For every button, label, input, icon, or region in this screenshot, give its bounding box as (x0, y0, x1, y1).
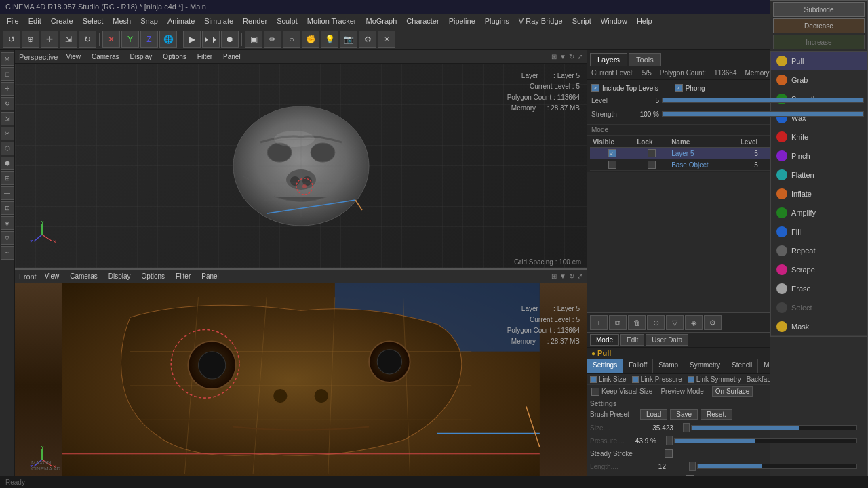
menu-mesh[interactable]: Mesh (108, 16, 135, 26)
bvp-menu-view[interactable]: View (42, 272, 62, 281)
vp-menu-panel[interactable]: Panel (220, 52, 243, 61)
row1-visible[interactable]: ✓ (590, 148, 634, 159)
tool-edge[interactable]: — (1, 186, 14, 200)
icon-settings-layer[interactable]: ⚙ (704, 315, 722, 330)
include-top-levels-cb[interactable]: ✓ (591, 84, 599, 92)
tool-smooth[interactable]: ~ (1, 246, 14, 260)
reset-button[interactable]: Reset. (701, 409, 732, 420)
vp-controls[interactable]: ⊞ ▼ ↻ ⤢ (551, 53, 583, 60)
vp-menu-cameras[interactable]: Cameras (89, 52, 122, 61)
tool-mask[interactable]: Mask (771, 317, 867, 336)
bvp-menu-cameras[interactable]: Cameras (67, 272, 100, 281)
toolbar-world[interactable]: 🌐 (159, 30, 177, 48)
tab-tools[interactable]: Tools (629, 53, 661, 66)
menu-edit[interactable]: Edit (24, 16, 45, 26)
bvp-menu-options[interactable]: Options (139, 272, 167, 281)
tool-inflate[interactable]: Inflate (771, 184, 867, 203)
bvp-menu-filter[interactable]: Filter (173, 272, 193, 281)
increase-button[interactable]: Increase (773, 35, 865, 49)
tool-rotate[interactable]: ↻ (1, 97, 14, 110)
tool-select[interactable]: Select (771, 298, 867, 317)
pressure-slider[interactable] (674, 438, 857, 443)
toolbar-x[interactable]: ✕ (102, 30, 120, 48)
load-button[interactable]: Load (640, 409, 667, 420)
vp-grid-icon[interactable]: ⊞ (551, 53, 557, 60)
stab-stencil[interactable]: Stencil (726, 359, 758, 373)
stab-stamp[interactable]: Stamp (653, 359, 684, 373)
row1-lock[interactable] (634, 148, 669, 159)
length-stepper[interactable] (689, 462, 696, 471)
tool-scrape[interactable]: Scrape (771, 260, 867, 279)
tool-move[interactable]: ✛ (1, 82, 14, 96)
toolbar-grab[interactable]: ✊ (302, 30, 319, 48)
tool-loop[interactable]: ⊡ (1, 201, 14, 215)
vp-menu-view[interactable]: View (63, 52, 83, 61)
toolbar-y[interactable]: Y (121, 30, 139, 48)
preview-mode-dropdown[interactable]: On Surface (712, 386, 753, 396)
icon-copy-layer[interactable]: ⧉ (609, 315, 627, 330)
stab-settings[interactable]: Settings (587, 359, 623, 373)
row2-lock[interactable] (634, 159, 669, 171)
vp-refresh-icon[interactable]: ↻ (569, 53, 574, 60)
bvp-refresh-icon[interactable]: ↻ (569, 272, 574, 280)
menu-plugins[interactable]: Plugins (481, 16, 513, 26)
subtab-edit[interactable]: Edit (620, 334, 644, 346)
bvp-menu-display[interactable]: Display (106, 272, 134, 281)
tool-amplify[interactable]: Amplify (771, 203, 867, 222)
toolbar-light2[interactable]: ☀ (378, 30, 395, 48)
tool-knife[interactable]: Knife (771, 127, 867, 146)
link-pressure-cb[interactable] (632, 376, 639, 383)
icon-bake-layer[interactable]: ◈ (685, 315, 703, 330)
tool-scale[interactable]: ⇲ (1, 112, 14, 125)
vp-menu-display[interactable]: Display (127, 52, 155, 61)
toolbar-z[interactable]: Z (140, 30, 158, 48)
tool-fill[interactable]: Fill (771, 222, 867, 241)
toolbar-record[interactable]: ⏺ (221, 30, 239, 48)
tool-repeat[interactable]: Repeat (771, 241, 867, 260)
menu-window[interactable]: Window (597, 16, 631, 26)
toolbar-rotate[interactable]: ↻ (79, 30, 96, 48)
subdivide-button[interactable]: Subdivide (773, 2, 865, 17)
decrease-button[interactable]: Decrease (773, 18, 865, 33)
steady-stroke-cb[interactable] (665, 449, 673, 458)
menu-create[interactable]: Create (47, 16, 77, 26)
tool-flatten[interactable]: Flatten (771, 165, 867, 184)
menu-snap[interactable]: Snap (136, 16, 162, 26)
bvp-grid-icon[interactable]: ⊞ (551, 272, 557, 280)
menu-help[interactable]: Help (633, 16, 656, 26)
toolbar-brush[interactable]: ✏ (264, 30, 281, 48)
vp-down-icon[interactable]: ▼ (559, 53, 566, 60)
length-slider[interactable] (697, 464, 857, 469)
keep-visual-size-cb[interactable] (591, 388, 599, 396)
tool-pinch[interactable]: Pinch (771, 146, 867, 165)
menu-sculpt[interactable]: Sculpt (273, 16, 302, 26)
toolbar-undo[interactable]: ↺ (3, 30, 20, 48)
size-slider[interactable] (691, 425, 857, 430)
menu-character[interactable]: Character (402, 16, 443, 26)
menu-simulate[interactable]: Simulate (200, 16, 237, 26)
strength-slider[interactable] (662, 111, 864, 117)
bvp-controls[interactable]: ⊞ ▼ ↻ ⤢ (551, 272, 583, 280)
toolbar-sphere[interactable]: ○ (283, 30, 300, 48)
save-button[interactable]: Save (670, 409, 698, 420)
stab-falloff[interactable]: Falloff (623, 359, 653, 373)
pressure-stepper[interactable] (666, 436, 673, 445)
row2-visible[interactable] (590, 159, 634, 171)
tool-polygon[interactable]: ▽ (1, 231, 14, 245)
menu-pipeline[interactable]: Pipeline (445, 16, 479, 26)
tool-extrude[interactable]: ⬡ (1, 142, 14, 155)
stab-symmetry[interactable]: Symmetry (684, 359, 726, 373)
bottom-viewport[interactable]: Front View Cameras Display Options Filte… (15, 270, 587, 488)
subtab-userdata[interactable]: User Data (646, 334, 688, 346)
size-stepper[interactable] (683, 423, 690, 432)
toolbar-lights[interactable]: 💡 (321, 30, 338, 48)
tool-knife[interactable]: ✂ (1, 127, 14, 140)
toolbar-play2[interactable]: ⏵⏵ (202, 30, 220, 48)
link-size-cb[interactable] (590, 376, 597, 383)
bvp-expand-icon[interactable]: ⤢ (577, 272, 583, 280)
tool-erase[interactable]: Erase (771, 279, 867, 298)
vp-menu-filter[interactable]: Filter (195, 52, 215, 61)
menu-script[interactable]: Script (568, 16, 595, 26)
menu-select[interactable]: Select (79, 16, 108, 26)
icon-delete-layer[interactable]: 🗑 (628, 315, 646, 330)
